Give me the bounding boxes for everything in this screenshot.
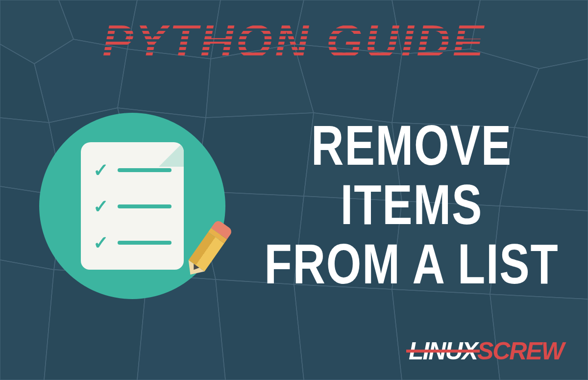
check-row: ✓ [93,196,172,217]
checkmark-icon: ✓ [93,232,109,253]
line-icon [118,168,172,172]
pencil-icon [181,219,233,282]
checkmark-icon: ✓ [93,196,109,217]
checklist-icon: ✓ ✓ ✓ [39,113,225,299]
main-title-line2: FROM A LIST [263,234,560,294]
logo-part2: SCREW [477,337,564,365]
site-logo: LINUXSCREW [409,337,564,365]
line-icon [118,204,172,208]
logo-part1: LINUX [409,337,477,365]
line-icon [118,241,172,245]
check-row: ✓ [93,232,172,253]
main-title: REMOVE ITEMS FROM A LIST [263,116,560,293]
check-row: ✓ [93,159,172,181]
main-title-line1: REMOVE ITEMS [263,116,560,234]
document-icon: ✓ ✓ ✓ [81,142,184,270]
checkmark-icon: ✓ [93,159,109,181]
header-title: PYTHON GUIDE [102,15,486,68]
